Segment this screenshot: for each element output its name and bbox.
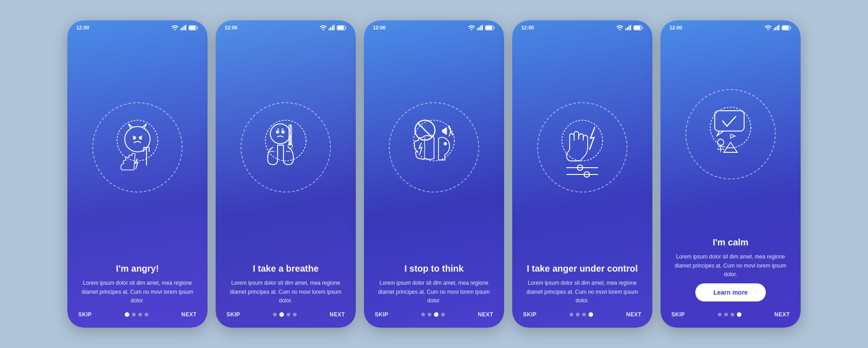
time-2: 12:00 (225, 25, 237, 30)
dot-2-4 (293, 313, 297, 316)
dot-3-3 (434, 312, 439, 317)
dot-2-2 (279, 312, 284, 317)
icon-area-1 (67, 32, 208, 258)
wifi-icon-2 (320, 25, 327, 30)
card-body-5: Lorem ipsum dolor sit dim amet, mea regi… (671, 253, 790, 279)
status-icons-4 (616, 25, 643, 30)
learn-more-button[interactable]: Learn more (695, 283, 766, 301)
text-area-4: I take anger under control Lorem ipsum d… (512, 258, 652, 305)
skip-btn-5[interactable]: SKIP (671, 311, 685, 318)
skip-btn-1[interactable]: SKIP (78, 311, 92, 318)
bottom-nav-2: SKIP NEXT (216, 305, 356, 328)
card-body-2: Lorem ipsum dolor sit dim amet, mea regi… (226, 279, 345, 305)
dot-1-2 (132, 313, 136, 316)
skip-btn-4[interactable]: SKIP (523, 311, 537, 318)
time-1: 12:00 (76, 25, 89, 30)
next-btn-1[interactable]: NEXT (181, 311, 197, 318)
text-area-3: I stop to think Lorem ipsum dolor sit di… (364, 258, 504, 305)
svg-rect-40 (627, 27, 628, 30)
svg-rect-39 (625, 28, 627, 30)
dot-1-1 (125, 312, 129, 317)
icon-circle-5 (685, 89, 776, 179)
phone-4: 12:00 (512, 20, 652, 328)
think-icon (393, 107, 475, 188)
icon-area-4 (512, 32, 652, 258)
status-bar-2: 12:00 (216, 20, 356, 32)
icon-area-3 (364, 32, 504, 258)
text-area-1: I'm angry! Lorem ipsum dolor sit dim ame… (67, 258, 208, 305)
svg-point-10 (140, 137, 142, 139)
svg-point-36 (444, 143, 447, 145)
dot-3-2 (428, 313, 431, 316)
svg-point-0 (175, 29, 176, 31)
card-title-1: I'm angry! (78, 263, 197, 274)
phone-5: 12:00 (660, 20, 801, 328)
svg-rect-12 (329, 28, 330, 30)
status-bar-5: 12:00 (660, 20, 801, 32)
svg-rect-17 (338, 26, 344, 29)
next-btn-4[interactable]: NEXT (626, 311, 642, 318)
status-bar-1: 12:00 (67, 20, 208, 32)
dot-5-3 (731, 313, 734, 316)
dots-5 (718, 312, 741, 317)
dot-1-3 (138, 313, 142, 316)
card-body-1: Lorem ipsum dolor sit dim amet, mea regi… (78, 279, 197, 305)
phone-3: 12:00 (364, 20, 504, 328)
phone-1: 12:00 (67, 20, 208, 328)
time-4: 12:00 (521, 25, 534, 30)
svg-rect-30 (482, 25, 483, 30)
card-body-4: Lorem ipsum dolor sit dim amet, mea regi… (523, 279, 642, 305)
status-icons-1 (171, 25, 198, 30)
next-btn-3[interactable]: NEXT (478, 311, 493, 318)
svg-rect-3 (184, 26, 185, 31)
dot-4-4 (589, 312, 593, 317)
battery-icon-3 (485, 25, 495, 30)
time-3: 12:00 (373, 25, 386, 30)
skip-btn-3[interactable]: SKIP (375, 311, 388, 318)
svg-point-50 (768, 29, 769, 31)
svg-rect-52 (775, 27, 777, 30)
phone-2: 12:00 (216, 20, 356, 328)
dot-5-4 (737, 312, 741, 317)
skip-btn-2[interactable]: SKIP (226, 311, 240, 318)
signal-icon-1 (180, 25, 187, 30)
svg-rect-58 (715, 111, 744, 131)
svg-point-11 (323, 29, 324, 31)
angry-icon (97, 107, 178, 188)
status-icons-2 (320, 25, 347, 30)
dot-3-4 (441, 313, 445, 316)
svg-rect-41 (628, 26, 630, 31)
svg-point-19 (270, 124, 290, 144)
svg-rect-4 (185, 25, 187, 30)
wifi-icon-1 (171, 25, 179, 30)
dots-1 (125, 312, 148, 317)
dot-5-2 (724, 313, 728, 316)
wifi-icon-4 (616, 25, 623, 30)
next-btn-5[interactable]: NEXT (774, 311, 790, 318)
breathe-icon (245, 107, 326, 188)
next-btn-2[interactable]: NEXT (330, 311, 345, 318)
bottom-nav-5: SKIP NEXT (660, 305, 801, 328)
dots-3 (421, 312, 445, 317)
dots-2 (273, 312, 297, 317)
svg-rect-53 (777, 26, 778, 31)
signal-icon-3 (477, 25, 483, 30)
card-title-4: I take anger under control (523, 263, 642, 274)
svg-rect-15 (334, 25, 335, 30)
icon-area-5 (660, 32, 801, 232)
text-area-5: I'm calm Lorem ipsum dolor sit dim amet,… (660, 232, 801, 279)
text-area-2: I take a breathe Lorem ipsum dolor sit d… (216, 258, 356, 305)
svg-rect-42 (630, 25, 632, 30)
dot-1-4 (145, 313, 148, 316)
calm-icon (690, 94, 771, 175)
icon-circle-3 (389, 102, 479, 193)
icon-area-2 (216, 32, 356, 258)
battery-icon-5 (782, 25, 792, 30)
svg-rect-56 (783, 26, 789, 29)
svg-rect-44 (634, 26, 641, 29)
battery-icon-2 (337, 25, 347, 30)
svg-rect-54 (778, 25, 780, 30)
svg-rect-14 (332, 26, 333, 31)
wifi-icon-5 (764, 25, 772, 30)
phones-container: 12:00 (67, 20, 801, 328)
